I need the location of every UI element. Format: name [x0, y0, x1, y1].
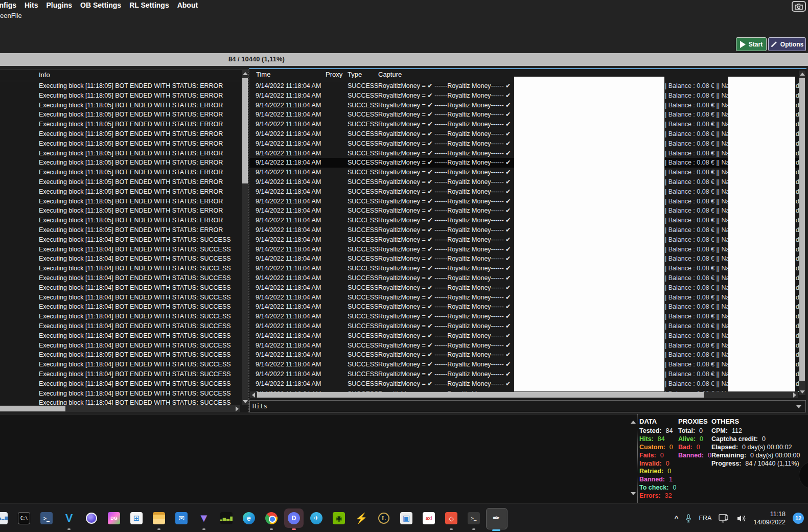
datagrip-icon[interactable]: DG: [108, 504, 120, 532]
scrollbar-thumb[interactable]: [242, 78, 248, 183]
zap-icon[interactable]: ⚡: [355, 504, 367, 532]
clock[interactable]: 11:18 14/09/2022: [753, 510, 786, 527]
log-row[interactable]: Executing block [11:18:05] BOT ENDED WIT…: [0, 149, 240, 158]
log-row[interactable]: Executing block [11:18:05] BOT ENDED WIT…: [0, 91, 240, 101]
stat-invalid: Invalid:0: [639, 460, 676, 468]
log-row[interactable]: Executing block [11:18:05] BOT ENDED WIT…: [0, 225, 240, 235]
log-row[interactable]: Executing block [11:18:05] BOT ENDED WIT…: [0, 158, 240, 168]
language-indicator[interactable]: FRA: [699, 515, 711, 522]
screenshot-button[interactable]: [792, 1, 806, 12]
scroll-left-button[interactable]: [250, 391, 257, 398]
notification-badge[interactable]: 12: [793, 513, 804, 524]
log-row[interactable]: Executing block [11:18:04] BOT ENDED WIT…: [0, 312, 240, 321]
log-row[interactable]: Executing block [11:18:05] BOT ENDED WIT…: [0, 177, 240, 187]
log-row[interactable]: Executing block [11:18:05] BOT ENDED WIT…: [0, 206, 240, 216]
column-header-proxy[interactable]: Proxy: [326, 71, 342, 78]
log-row[interactable]: Executing block [11:18:04] BOT ENDED WIT…: [0, 293, 240, 303]
scroll-down-button[interactable]: [242, 398, 248, 405]
results-horizontal-scrollbar[interactable]: [250, 391, 798, 398]
column-header-capture[interactable]: Capture: [378, 71, 402, 78]
log-row[interactable]: Executing block [11:18:05] BOT ENDED WIT…: [0, 168, 240, 177]
log-row[interactable]: Executing block [11:18:04] BOT ENDED WIT…: [0, 389, 240, 399]
log-horizontal-scrollbar[interactable]: [0, 405, 240, 412]
log-row[interactable]: Executing block [11:18:05] BOT ENDED WIT…: [0, 139, 240, 149]
stat-banned: Banned:0: [678, 452, 711, 460]
log-row[interactable]: Executing block [11:18:04] BOT ENDED WIT…: [0, 283, 240, 293]
overlay-bubble[interactable]: [799, 462, 808, 489]
scroll-right-button[interactable]: [234, 405, 240, 412]
file-explorer-icon[interactable]: [153, 504, 165, 532]
openbullet-icon[interactable]: ✒: [490, 504, 502, 532]
task-manager-icon[interactable]: ▁▅▂▇: [0, 504, 8, 532]
log-row[interactable]: Executing block [11:18:05] BOT ENDED WIT…: [0, 216, 240, 225]
stats-scroll-down-icon[interactable]: [631, 492, 636, 495]
equalizer-icon[interactable]: ▂▅▃▇: [220, 504, 233, 532]
log-row[interactable]: Executing block [11:18:05] BOT ENDED WIT…: [0, 120, 240, 129]
log-row[interactable]: Executing block [11:18:05] BOT ENDED WIT…: [0, 110, 240, 120]
menu-item-onfigs[interactable]: onfigs: [0, 1, 16, 9]
edge-icon[interactable]: e: [243, 504, 255, 532]
menu-item-plugins[interactable]: Plugins: [46, 1, 72, 9]
log-row[interactable]: Executing block [11:18:05] BOT ENDED WIT…: [0, 101, 240, 110]
menu-item-about[interactable]: About: [177, 1, 198, 9]
scrollbar-thumb[interactable]: [257, 392, 704, 398]
stat-alive: Alive:0: [678, 435, 711, 444]
hidden-icons-chevron-icon[interactable]: ^: [675, 514, 679, 522]
log-row[interactable]: Executing block [11:18:04] BOT ENDED WIT…: [0, 302, 240, 312]
log-row[interactable]: Executing block [11:18:04] BOT ENDED WIT…: [0, 245, 240, 255]
log-row[interactable]: Executing block [11:18:05] BOT ENDED WIT…: [0, 187, 240, 197]
insomnia-icon[interactable]: [85, 504, 98, 532]
terminal-icon[interactable]: >_: [468, 504, 480, 532]
stat-to-check: To check:0: [639, 484, 676, 492]
results-vertical-scrollbar[interactable]: [799, 71, 805, 395]
axi-icon[interactable]: axi: [423, 504, 435, 532]
log-row[interactable]: Executing block [11:18:04] BOT ENDED WIT…: [0, 379, 240, 389]
cmd-icon[interactable]: C:\: [18, 504, 30, 532]
log-row[interactable]: Executing block [11:18:04] BOT ENDED WIT…: [0, 321, 240, 331]
league-icon[interactable]: L: [378, 504, 390, 532]
menu-item-hits[interactable]: Hits: [25, 1, 38, 9]
discord-icon[interactable]: D: [288, 504, 300, 532]
log-row[interactable]: Executing block [11:18:04] BOT ENDED WIT…: [0, 331, 240, 341]
mail-icon[interactable]: ✉: [175, 504, 188, 532]
share-icon[interactable]: ◇: [445, 504, 457, 532]
start-button[interactable]: Start: [736, 37, 767, 51]
scroll-down-button[interactable]: [799, 388, 805, 395]
scroll-up-button[interactable]: [242, 70, 248, 77]
scroll-up-button[interactable]: [799, 71, 805, 77]
scroll-right-button[interactable]: [791, 391, 798, 398]
options-button[interactable]: Options: [768, 37, 806, 51]
column-header-time[interactable]: Time: [256, 71, 270, 78]
log-row[interactable]: Executing block [11:18:04] BOT ENDED WIT…: [0, 264, 240, 273]
network-icon[interactable]: [719, 514, 730, 523]
chrome-icon[interactable]: [265, 504, 278, 532]
log-row[interactable]: Executing block [11:18:04] BOT ENDED WIT…: [0, 254, 240, 264]
scrollbar-thumb[interactable]: [799, 78, 805, 381]
powershell-icon[interactable]: >_: [40, 504, 53, 532]
log-row[interactable]: Executing block [11:18:04] BOT ENDED WIT…: [0, 398, 240, 406]
log-vertical-scrollbar[interactable]: [242, 70, 248, 405]
telegram-icon[interactable]: ✈: [310, 504, 322, 532]
menu-item-rl-settings[interactable]: RL Settings: [129, 1, 169, 9]
column-header-type[interactable]: Type: [348, 71, 362, 78]
log-row[interactable]: Executing block [11:18:05] BOT ENDED WIT…: [0, 81, 240, 91]
log-row[interactable]: Executing block [11:18:05] BOT ENDED WIT…: [0, 197, 240, 206]
stats-scroll-up-icon[interactable]: [631, 421, 636, 424]
scrollbar-thumb[interactable]: [0, 406, 65, 411]
vscode-icon[interactable]: V: [63, 504, 75, 532]
nvidia-icon[interactable]: ◉: [333, 504, 345, 532]
log-row[interactable]: Executing block [11:18:04] BOT ENDED WIT…: [0, 273, 240, 283]
menu-item-ob-settings[interactable]: OB Settings: [80, 1, 121, 9]
log-row[interactable]: Executing block [11:18:04] BOT ENDED WIT…: [0, 235, 240, 245]
log-row[interactable]: Executing block [11:18:05] BOT ENDED WIT…: [0, 350, 240, 360]
hits-type-dropdown[interactable]: Hits: [249, 400, 806, 412]
log-row[interactable]: Executing block [11:18:04] BOT ENDED WIT…: [0, 369, 240, 379]
photos-icon[interactable]: ▣: [400, 504, 412, 532]
protonvpn-icon[interactable]: ▼: [198, 504, 210, 532]
log-row[interactable]: Executing block [11:18:04] BOT ENDED WIT…: [0, 360, 240, 369]
log-row[interactable]: Executing block [11:18:05] BOT ENDED WIT…: [0, 129, 240, 139]
ms-store-icon[interactable]: ⊞: [130, 504, 143, 532]
log-row[interactable]: Executing block [11:18:04] BOT ENDED WIT…: [0, 341, 240, 351]
speaker-icon[interactable]: [737, 515, 746, 522]
microphone-icon[interactable]: [685, 514, 691, 523]
